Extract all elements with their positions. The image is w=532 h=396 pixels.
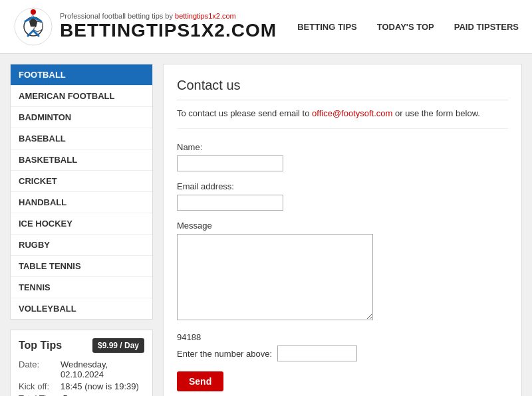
top-tips-title: Top Tips	[19, 340, 62, 351]
logo-title: BETTINGTIPS1X2.COM	[60, 20, 277, 41]
logo-tagline-link[interactable]: bettingtips1x2.com	[175, 12, 236, 20]
tip-kickoff-label: Kick off:	[19, 381, 55, 391]
email-input[interactable]	[177, 195, 283, 211]
name-label: Name:	[177, 142, 508, 152]
captcha-input[interactable]	[277, 346, 357, 361]
main-nav: BETTING TIPS TODAY'S TOP PAID TIPSTERS	[297, 22, 519, 32]
header: Professional football betting tips by be…	[0, 0, 532, 54]
tip-date-value: Wednesday, 02.10.2024	[61, 359, 144, 379]
logo-icon	[13, 7, 53, 47]
message-group: Message	[177, 221, 508, 322]
nav-paid-tipsters[interactable]: PAID TIPSTERS	[454, 22, 519, 32]
sidebar-item-ice-hockey[interactable]: ICE HOCKEY	[11, 213, 152, 235]
sidebar-item-american-football[interactable]: AMERICAN FOOTBALL	[11, 86, 152, 107]
message-textarea[interactable]	[177, 234, 373, 320]
send-button[interactable]: Send	[177, 371, 223, 391]
sidebar-item-basketball[interactable]: BASKETBALL	[11, 149, 152, 171]
captcha-label: Enter the number above:	[177, 349, 272, 359]
tip-total-value: 5	[63, 393, 68, 396]
sidebar: FOOTBALL AMERICAN FOOTBALL BADMINTON BAS…	[10, 64, 153, 396]
main-layout: FOOTBALL AMERICAN FOOTBALL BADMINTON BAS…	[0, 54, 532, 396]
name-group: Name:	[177, 142, 508, 171]
top-tips-header: Top Tips $9.99 / Day	[19, 338, 144, 353]
email-group: Email address:	[177, 181, 508, 211]
sidebar-item-table-tennis[interactable]: TABLE TENNIS	[11, 256, 152, 277]
tip-row-kickoff: Kick off: 18:45 (now is 19:39)	[19, 381, 144, 391]
tip-kickoff-value: 18:45 (now is 19:39)	[61, 381, 139, 391]
tip-date-label: Date:	[19, 359, 55, 379]
sidebar-item-volleyball[interactable]: VOLLEYBALL	[11, 298, 152, 319]
captcha-row: Enter the number above:	[177, 346, 508, 361]
name-input[interactable]	[177, 155, 283, 171]
nav-todays-top[interactable]: TODAY'S TOP	[377, 22, 434, 32]
tip-row-date: Date: Wednesday, 02.10.2024	[19, 359, 144, 379]
contact-title: Contact us	[177, 78, 508, 100]
email-label: Email address:	[177, 181, 508, 191]
top-tips-price[interactable]: $9.99 / Day	[92, 338, 144, 353]
top-tips-details: Date: Wednesday, 02.10.2024 Kick off: 18…	[19, 359, 144, 396]
sidebar-item-tennis[interactable]: TENNIS	[11, 277, 152, 298]
contact-email-link[interactable]: office@footysoft.com	[312, 108, 392, 118]
svg-point-5	[31, 9, 36, 15]
contact-description: To contact us please send email to offic…	[177, 108, 508, 129]
logo-area: Professional football betting tips by be…	[13, 7, 277, 47]
sport-menu: FOOTBALL AMERICAN FOOTBALL BADMINTON BAS…	[10, 64, 153, 320]
sidebar-item-badminton[interactable]: BADMINTON	[11, 107, 152, 128]
logo-text-area: Professional football betting tips by be…	[60, 12, 277, 41]
sidebar-item-baseball[interactable]: BASEBALL	[11, 128, 152, 149]
tip-row-total: Total Tips: 5	[19, 393, 144, 396]
top-tips-box: Top Tips $9.99 / Day Date: Wednesday, 02…	[10, 330, 153, 396]
message-label: Message	[177, 221, 508, 231]
nav-betting-tips[interactable]: BETTING TIPS	[297, 22, 357, 32]
sidebar-item-rugby[interactable]: RUGBY	[11, 235, 152, 256]
captcha-number: 94188	[177, 332, 508, 342]
sidebar-item-football[interactable]: FOOTBALL	[11, 64, 152, 86]
content-area: Contact us To contact us please send ema…	[163, 64, 522, 396]
tip-total-label: Total Tips:	[19, 393, 58, 396]
sidebar-item-cricket[interactable]: CRICKET	[11, 171, 152, 192]
contact-form: Name: Email address: Message 94188 Enter…	[177, 142, 508, 391]
sidebar-item-handball[interactable]: HANDBALL	[11, 192, 152, 213]
logo-tagline: Professional football betting tips by be…	[60, 12, 277, 20]
